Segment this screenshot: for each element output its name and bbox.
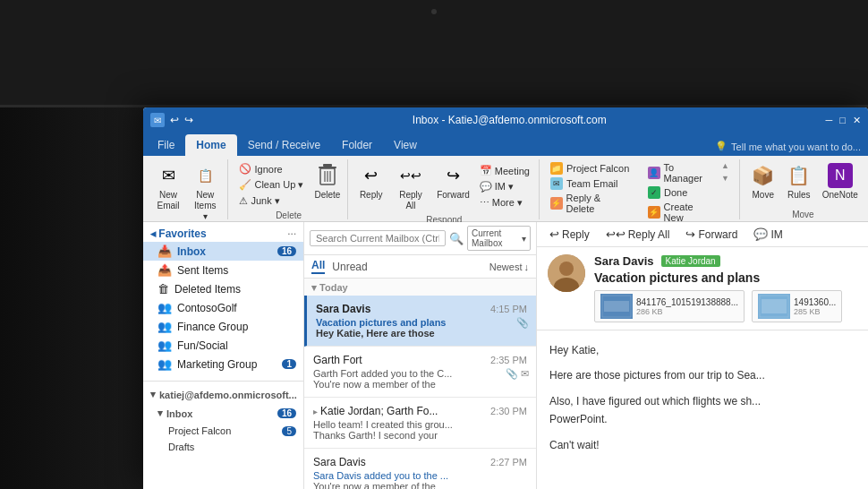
search-scope-dropdown[interactable]: Current Mailbox ▾	[467, 226, 531, 251]
attachment-icon-1: 📎	[516, 317, 529, 329]
attachments-row: 841176_101519138888... 286 KB	[594, 290, 857, 322]
sub-project-falcon[interactable]: Project Falcon 5	[143, 423, 303, 439]
folder-marketing-group[interactable]: 👥 Marketing Group 1	[143, 355, 303, 373]
ignore-button[interactable]: 🚫 Ignore	[235, 161, 307, 176]
folder-inbox[interactable]: 📥 Inbox 16	[143, 242, 303, 261]
folder-fun-social[interactable]: 👥 Fun/Social	[143, 336, 303, 355]
im-button[interactable]: 💬 IM ▾	[476, 179, 533, 194]
tab-send-receive[interactable]: Send / Receive	[237, 134, 331, 156]
tab-home[interactable]: Home	[185, 134, 236, 156]
folder-finance-group[interactable]: 👥 Finance Group	[143, 317, 303, 336]
msg-sender-2: Garth Fort	[313, 354, 362, 366]
qs-falcon-label: Project Falcon	[566, 163, 629, 174]
sort-dropdown[interactable]: Newest ↓	[489, 262, 529, 272]
fun-label: Fun/Social	[177, 339, 228, 352]
sub-drafts[interactable]: Drafts	[143, 439, 303, 455]
reading-reply-btn[interactable]: ↩ Reply	[544, 226, 595, 243]
new-items-button[interactable]: 📋 NewItems ▾	[188, 161, 222, 224]
qs-new-label: Create New	[664, 202, 714, 223]
body-greeting: Hey Katie,	[549, 341, 855, 359]
tell-me-bar[interactable]: 💡 Tell me what you want to do...	[715, 141, 868, 156]
move-button[interactable]: 📦 Move	[747, 161, 779, 202]
ribbon-group-new: ✉ NewEmail 📋 NewItems ▾ New	[147, 159, 228, 219]
contoso-icon: 👥	[157, 301, 172, 314]
collapse-arrow-icon[interactable]: ⋯	[287, 229, 296, 239]
filter-all[interactable]: All	[311, 259, 325, 274]
move-group-label: Move	[747, 208, 859, 219]
forward-label: Forward	[437, 190, 470, 201]
quick-step-project-falcon[interactable]: 📁 Project Falcon	[547, 161, 634, 176]
cleanup-button[interactable]: 🧹 Clean Up ▾	[235, 177, 307, 193]
cleanup-label: Clean Up ▾	[254, 179, 303, 191]
deleted-label: Deleted Items	[174, 283, 241, 296]
marketing-badge: 1	[282, 359, 296, 369]
msg-preview-2: You're now a member of the	[313, 379, 527, 390]
ribbon-group-respond: ↩ Reply ↩↩ Reply All ↪ Forward 📅 Meeting	[350, 159, 540, 219]
folder-sent-items[interactable]: 📤 Sent Items	[143, 261, 303, 279]
undo-btn[interactable]: ↩	[170, 114, 179, 126]
rules-icon: 📋	[787, 163, 812, 188]
qs-mgr-icon: 👤	[648, 167, 660, 179]
message-item-garth[interactable]: Garth Fort 2:35 PM Garth Fort added you …	[304, 347, 536, 398]
fun-icon: 👥	[157, 339, 172, 352]
sender-name: Sara Davis	[594, 254, 654, 268]
redo-btn[interactable]: ↪	[184, 114, 193, 126]
finance-icon: 👥	[157, 320, 172, 333]
rules-button[interactable]: 📋 Rules	[783, 161, 815, 202]
quick-step-reply-delete[interactable]: ⚡ Reply & Delete	[547, 192, 634, 215]
ribbon-group-move: 📦 Move 📋 Rules N OneNote Move	[742, 159, 864, 219]
quick-step-to-manager[interactable]: 👤 To Manager	[644, 161, 718, 184]
message-item-sara-vacation[interactable]: Sara Davis 4:15 PM Vacation pictures and…	[304, 296, 536, 347]
reply-button[interactable]: ↩ Reply	[355, 161, 387, 202]
app-icon: ✉	[150, 113, 165, 127]
svg-rect-14	[762, 299, 787, 313]
lightbulb-icon: 💡	[715, 141, 728, 152]
more-button[interactable]: ⋯ More ▾	[476, 195, 533, 210]
msg-preview-4: You're now a member of the	[313, 481, 527, 489]
qs-new-icon: ⚡	[648, 206, 660, 219]
forward-icon: ↪	[441, 163, 466, 188]
reading-pane: ↩ Reply ↩↩ Reply All ↪ Forward 💬 IM	[537, 222, 868, 489]
qs-scroll-dn[interactable]: ▼	[721, 174, 734, 183]
meeting-label: Meeting	[495, 166, 530, 176]
qs-scroll-up[interactable]: ▲	[721, 161, 734, 170]
tab-file[interactable]: File	[147, 134, 185, 156]
quick-step-done[interactable]: ✓ Done	[644, 185, 718, 200]
maximize-btn[interactable]: □	[839, 115, 846, 126]
attach-name-2: 1491360...	[794, 297, 836, 307]
message-item-katie-garth[interactable]: ▸ Katie Jordan; Garth Fo... 2:30 PM Hell…	[304, 398, 536, 449]
reply-all-button[interactable]: ↩↩ Reply All	[391, 161, 431, 213]
attachment-1[interactable]: 841176_101519138888... 286 KB	[594, 290, 745, 322]
attach-size-2: 285 KB	[794, 307, 836, 316]
sort-arrow-icon: ↓	[524, 262, 530, 272]
attachment-2[interactable]: 1491360... 285 KB	[752, 290, 842, 322]
filter-unread[interactable]: Unread	[332, 261, 367, 273]
close-btn[interactable]: ✕	[853, 115, 861, 126]
tab-view[interactable]: View	[383, 134, 428, 156]
main-area: ◂ Favorites ⋯ 📥 Inbox 16 📤 Sent Items 🗑 …	[143, 222, 868, 489]
folder-contosogolf[interactable]: 👥 ContosoGolf	[143, 298, 303, 317]
folder-deleted-items[interactable]: 🗑 Deleted Items	[143, 279, 303, 298]
onenote-button[interactable]: N OneNote	[819, 161, 862, 202]
reading-reply-all-btn[interactable]: ↩↩ Reply All	[600, 226, 676, 243]
quick-step-team-email[interactable]: ✉ Team Email	[547, 176, 634, 191]
inbox-label: Inbox	[177, 245, 206, 258]
junk-button[interactable]: ⚠ Junk ▾	[235, 193, 307, 209]
reading-im-btn[interactable]: 💬 IM	[748, 226, 787, 243]
reading-forward-btn[interactable]: ↪ Forward	[680, 226, 743, 243]
minimize-btn[interactable]: ─	[826, 115, 833, 126]
delete-button[interactable]: Delete	[311, 161, 344, 202]
tab-folder[interactable]: Folder	[331, 134, 383, 156]
delete-label: Delete	[314, 190, 340, 201]
forward-button[interactable]: ↪ Forward	[434, 161, 472, 202]
qs-done-icon: ✓	[648, 186, 660, 199]
quick-step-create-new[interactable]: ⚡ Create New	[644, 201, 718, 224]
search-input[interactable]	[310, 230, 446, 246]
message-item-sara-added[interactable]: Sara Davis 2:27 PM Sara Davis added you …	[304, 449, 536, 489]
meeting-button[interactable]: 📅 Meeting	[476, 163, 533, 178]
new-email-button[interactable]: ✉ NewEmail	[152, 161, 184, 213]
search-icon[interactable]: 🔍	[449, 232, 464, 245]
ribbon-group-delete: 🚫 Ignore 🧹 Clean Up ▾ ⚠ Junk ▾	[230, 159, 347, 219]
account-inbox-header[interactable]: ▾ Inbox 16	[143, 404, 303, 423]
msg-subject-3: Hello team! I created this grou...	[313, 419, 527, 430]
